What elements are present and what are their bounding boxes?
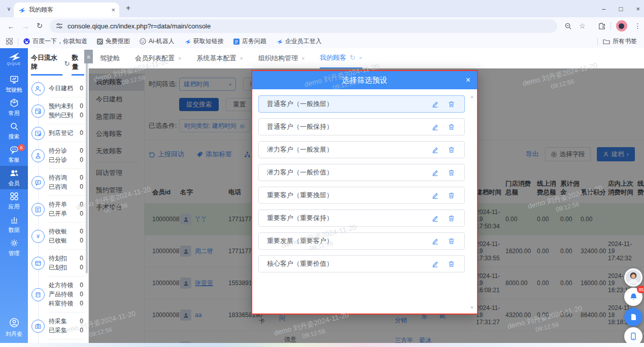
delete-icon[interactable] <box>448 146 455 154</box>
stat-row[interactable]: 科室待领0 <box>49 299 85 308</box>
sidebar-item-settings[interactable]: 管理 <box>0 236 28 259</box>
tab-close-icon[interactable]: × <box>240 55 243 61</box>
bookmark-koutu[interactable]: 免费抠图 <box>97 37 130 46</box>
delete-icon[interactable] <box>448 100 455 108</box>
edit-icon[interactable] <box>431 146 439 154</box>
scroll-up-icon[interactable]: ▲ <box>470 94 474 99</box>
delete-icon[interactable] <box>448 123 455 131</box>
edit-icon[interactable] <box>431 100 439 108</box>
tab-my-customers[interactable]: 我的顾客↻× <box>320 48 362 68</box>
tab-search-button[interactable]: ∨ <box>4 4 14 14</box>
documents-button[interactable]: DOC <box>624 308 642 326</box>
profile-avatar[interactable] <box>616 20 627 31</box>
stat-row[interactable]: 到店登记0 <box>49 128 85 137</box>
browser-tab[interactable]: 我的顾客 × <box>14 3 119 17</box>
forward-button[interactable]: → <box>18 22 32 30</box>
sidebar-item-apps[interactable]: 应用 <box>0 189 28 213</box>
bookmark-employee-login[interactable]: 企业员工登入 <box>276 37 322 46</box>
preset-item[interactable]: 重要客户（重要保持） <box>258 210 465 227</box>
stat-row[interactable]: 已收银0 <box>49 236 85 245</box>
tab-member-list-config[interactable]: 会员列表配置× <box>135 48 181 68</box>
stat-row[interactable]: 待咨询0 <box>49 173 85 182</box>
sidebar-item-search[interactable]: 搜索 <box>0 119 28 143</box>
stat-row[interactable]: 待采集0 <box>49 317 85 326</box>
tab-system-config[interactable]: 系统基本配置× <box>196 48 243 68</box>
edit-icon[interactable] <box>431 215 439 222</box>
stats-refresh-icon[interactable]: ↻ <box>64 60 70 67</box>
bookmark-baidu[interactable]: 百度一下，你就知道 <box>23 37 87 46</box>
extensions-icon[interactable] <box>598 22 605 30</box>
preset-item[interactable]: 重要发展（重要客户） <box>258 232 465 250</box>
sidebar-item-members[interactable]: 会员 <box>0 166 28 189</box>
sidebar-item-data[interactable]: 数据 <box>0 213 28 236</box>
delete-icon[interactable] <box>448 237 455 245</box>
stat-row[interactable]: 待开单0 <box>49 200 85 209</box>
preset-item[interactable]: 普通客户（一般保持） <box>258 118 465 135</box>
edit-icon[interactable] <box>431 260 439 268</box>
chrome-menu-icon[interactable]: ⋮ <box>634 22 641 30</box>
url-bar[interactable]: console.qique.cn/index.php?r=data/main/c… <box>50 19 557 33</box>
notifications-button[interactable]: 85 <box>624 288 642 306</box>
folder-icon <box>603 39 610 45</box>
sidebar-user[interactable]: 刘丹姿 <box>0 317 28 338</box>
edit-icon[interactable] <box>431 169 439 177</box>
sidebar-item-dashboard[interactable]: 驾驶舱 <box>0 73 28 96</box>
bookmark-star-icon[interactable]: ☆ <box>579 22 586 30</box>
modal-scrollbar[interactable]: ▲ ▼ <box>469 94 474 310</box>
stat-row[interactable]: 已划扣0 <box>49 263 85 272</box>
apps-grid-icon[interactable] <box>6 38 13 45</box>
tab-close-icon[interactable]: × <box>359 55 362 61</box>
delete-icon[interactable] <box>448 169 455 177</box>
menu-collapse-button[interactable]: ≡ <box>84 50 93 63</box>
edit-icon[interactable] <box>431 237 439 245</box>
stat-row[interactable]: 待划扣0 <box>49 254 85 263</box>
scroll-down-icon[interactable]: ▼ <box>470 305 474 310</box>
preset-item[interactable]: 核心客户（重要价值） <box>258 255 465 272</box>
zoom-icon[interactable] <box>564 22 572 30</box>
edit-icon[interactable] <box>431 123 439 131</box>
preset-item[interactable]: 重要客户（重要挽留） <box>258 187 465 204</box>
delete-icon[interactable] <box>448 192 455 199</box>
sidebar-item-support[interactable]: 6 客服 <box>0 143 28 166</box>
tab-dashboard[interactable]: 驾驶舱 <box>100 48 120 68</box>
tab-refresh-icon[interactable]: ↻ <box>350 54 355 61</box>
stat-row[interactable]: 产品待领0 <box>49 290 85 299</box>
stat-row[interactable]: 已开单0 <box>49 209 85 218</box>
stat-row[interactable]: 已采集0 <box>49 326 85 335</box>
window-maximize-button[interactable]: □ <box>619 5 623 13</box>
tab-close-icon[interactable]: × <box>178 55 181 61</box>
site-settings-icon[interactable] <box>56 22 63 29</box>
window-close-button[interactable]: × <box>636 5 640 13</box>
app-logo[interactable]: QIQUE <box>0 48 28 73</box>
modal-close-icon[interactable]: × <box>466 71 470 89</box>
bookmark-ai-robot[interactable]: Ai-机器人 <box>140 37 175 46</box>
preset-item[interactable]: 潜力客户（一般价值） <box>258 164 465 181</box>
stat-row[interactable]: 待收银0 <box>49 227 85 236</box>
tab-close-icon[interactable]: × <box>301 55 304 61</box>
stat-row[interactable]: 待分诊0 <box>49 146 85 155</box>
delete-icon[interactable] <box>448 260 455 268</box>
service-avatar-button[interactable] <box>624 268 642 287</box>
window-minimize-button[interactable]: – <box>602 5 605 13</box>
preset-item[interactable]: 潜力客户（一般发展） <box>258 141 465 158</box>
tab-close-icon[interactable]: × <box>111 6 115 14</box>
stat-row[interactable]: 预约已到0 <box>49 111 85 120</box>
preset-item[interactable]: 普通客户（一般挽留） <box>258 95 465 113</box>
stats-scrollbar[interactable] <box>86 55 88 273</box>
stat-row[interactable]: 预约未到0 <box>49 101 85 111</box>
delete-icon[interactable] <box>448 215 455 222</box>
windows-taskbar-edge[interactable] <box>0 343 644 347</box>
bookmark-shortlink[interactable]: 获取短链接 <box>184 37 224 46</box>
stat-row[interactable]: 已分诊0 <box>49 155 85 164</box>
reload-button[interactable]: ↻ <box>32 21 47 30</box>
tab-org-structure[interactable]: 组织结构管理× <box>258 48 304 68</box>
stat-row[interactable]: 处方待领0 <box>49 281 85 290</box>
new-tab-button[interactable]: + <box>126 4 130 13</box>
stat-row[interactable]: 今日建档0 <box>49 84 85 93</box>
edit-icon[interactable] <box>431 192 439 199</box>
all-bookmarks-button[interactable]: 所有书签 <box>603 37 637 46</box>
sidebar-item-common[interactable]: 常用 <box>0 96 28 119</box>
back-button[interactable]: ← <box>4 22 18 30</box>
stat-row[interactable]: 已咨询0 <box>49 182 85 191</box>
bookmark-store-issues[interactable]: 店务问题 <box>233 37 266 46</box>
